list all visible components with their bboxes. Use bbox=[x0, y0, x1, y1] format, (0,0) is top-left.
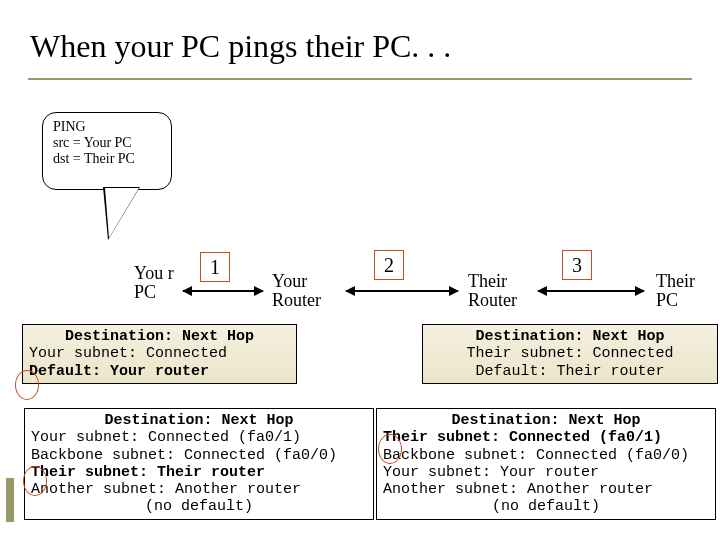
table-row: Another subnet: Another router bbox=[383, 481, 709, 498]
table-row: (no default) bbox=[383, 498, 709, 515]
step-marker-circle bbox=[378, 434, 402, 464]
node-your-pc: You r PC bbox=[134, 264, 184, 302]
routing-table-your-router: Destination: Next Hop Your subnet: Conne… bbox=[24, 408, 374, 520]
table-row: Default: Your router bbox=[29, 363, 290, 380]
link-arrow bbox=[538, 290, 644, 292]
decorative-bar bbox=[6, 478, 14, 522]
node-your-router: Your Router bbox=[272, 272, 332, 310]
step-marker-circle bbox=[23, 466, 47, 496]
callout-line: PING bbox=[53, 119, 161, 135]
slide-title: When your PC pings their PC. . . bbox=[30, 28, 451, 65]
table-row: Their subnet: Connected bbox=[429, 345, 711, 362]
table-header: Destination: Next Hop bbox=[29, 328, 290, 345]
callout-tail bbox=[105, 188, 139, 238]
table-row: Your subnet: Connected bbox=[29, 345, 290, 362]
table-row: Their subnet: Connected (fa0/1) bbox=[383, 429, 709, 446]
hop-number-2: 2 bbox=[374, 250, 404, 280]
link-arrow bbox=[346, 290, 458, 292]
table-row: Default: Their router bbox=[429, 363, 711, 380]
routing-table-their-pc: Destination: Next Hop Their subnet: Conn… bbox=[422, 324, 718, 384]
ping-callout: PING src = Your PC dst = Their PC bbox=[42, 112, 172, 190]
node-their-router: Their Router bbox=[468, 272, 528, 310]
table-header: Destination: Next Hop bbox=[429, 328, 711, 345]
routing-table-your-pc: Destination: Next Hop Your subnet: Conne… bbox=[22, 324, 297, 384]
hop-number-1: 1 bbox=[200, 252, 230, 282]
hop-number-3: 3 bbox=[562, 250, 592, 280]
table-header: Destination: Next Hop bbox=[31, 412, 367, 429]
node-their-pc: Their PC bbox=[656, 272, 716, 310]
routing-table-their-router: Destination: Next Hop Their subnet: Conn… bbox=[376, 408, 716, 520]
table-header: Destination: Next Hop bbox=[383, 412, 709, 429]
callout-line: dst = Their PC bbox=[53, 151, 161, 167]
link-arrow bbox=[183, 290, 263, 292]
title-underline bbox=[28, 78, 692, 80]
step-marker-circle bbox=[15, 370, 39, 400]
table-row: Their subnet: Their router bbox=[31, 464, 367, 481]
table-row: Backbone subnet: Connected (fa0/0) bbox=[383, 447, 709, 464]
table-row: Another subnet: Another router bbox=[31, 481, 367, 498]
table-row: (no default) bbox=[31, 498, 367, 515]
table-row: Your subnet: Connected (fa0/1) bbox=[31, 429, 367, 446]
table-row: Backbone subnet: Connected (fa0/0) bbox=[31, 447, 367, 464]
callout-line: src = Your PC bbox=[53, 135, 161, 151]
table-row: Your subnet: Your router bbox=[383, 464, 709, 481]
